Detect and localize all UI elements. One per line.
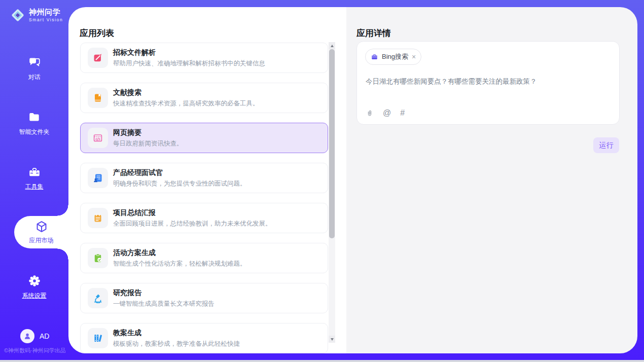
app-card-list: 招标文件解析 帮助用户快速、准确地理解和解析招标书中的关键信息 文献搜索 快速精… bbox=[80, 43, 328, 353]
scroll-down-button[interactable] bbox=[329, 336, 335, 343]
app-list-title: 应用列表 bbox=[80, 27, 114, 39]
person-icon bbox=[23, 332, 32, 341]
triangle-down-icon bbox=[331, 338, 334, 341]
brand-subtitle: Smart Vision bbox=[29, 18, 63, 22]
browser-code-icon bbox=[88, 128, 108, 148]
app-card-title: 研究报告 bbox=[113, 288, 214, 298]
avatar bbox=[20, 329, 34, 343]
app-card-research-report[interactable]: 研究报告 一键智能生成高质量长文本研究报告 bbox=[80, 283, 328, 313]
app-card-title: 活动方案生成 bbox=[113, 248, 246, 258]
app-card-title: 文献搜索 bbox=[113, 88, 259, 97]
brand-logo: 神州问学 Smart Vision bbox=[10, 8, 63, 23]
app-card-desc: 明确身份和职责，为您提供专业性的面试问题。 bbox=[113, 179, 246, 188]
sidebar-item-smart-folders[interactable]: 智能文件夹 bbox=[0, 111, 68, 136]
scrollbar-thumb[interactable] bbox=[329, 49, 335, 238]
app-card-literature-search[interactable]: 文献搜索 快速精准查找学术资源，提高研究效率的必备工具。 bbox=[80, 83, 328, 113]
app-card-desc: 一键智能生成高质量长文本研究报告 bbox=[113, 300, 214, 308]
app-card-desc: 快速精准查找学术资源，提高研究效率的必备工具。 bbox=[113, 99, 259, 108]
chat-icon bbox=[28, 56, 41, 69]
copyright-footer: ©神州数码·神州问学出品 bbox=[4, 347, 66, 354]
briefcase-icon bbox=[371, 53, 378, 61]
app-list-scrollbar[interactable] bbox=[329, 42, 335, 343]
sidebar-item-label: 应用市场 bbox=[29, 236, 54, 245]
microscope-icon bbox=[88, 288, 108, 308]
app-card-title: 招标文件解析 bbox=[113, 48, 265, 57]
app-card-title: 教案生成 bbox=[113, 329, 240, 338]
prompt-composer: Bing搜索 × 今日湖北有哪些新闻要点？有哪些需要关注的最新政策？ @ # bbox=[356, 41, 620, 125]
app-window: { "brand": { "name": "神州问学", "subtitle":… bbox=[0, 0, 644, 362]
app-card-title: 网页摘要 bbox=[113, 128, 183, 137]
active-tab-notch-bottom bbox=[57, 248, 68, 260]
cube-icon bbox=[35, 220, 48, 233]
sidebar-item-label: 对话 bbox=[28, 73, 41, 82]
app-card-event-plan[interactable]: 活动方案生成 智能生成个性化活动方案，轻松解决规划难题。 bbox=[80, 243, 328, 273]
gear-icon bbox=[28, 274, 41, 287]
triangle-up-icon bbox=[331, 45, 334, 47]
app-details-title: 应用详情 bbox=[356, 27, 391, 39]
prompt-input[interactable]: 今日湖北有哪些新闻要点？有哪些需要关注的最新政策？ bbox=[366, 77, 611, 86]
close-icon[interactable]: × bbox=[412, 53, 416, 60]
active-tab-notch-top bbox=[57, 205, 68, 216]
app-card-pm-interviewer[interactable]: 产品经理面试官 明确身份和职责，为您提供专业性的面试问题。 bbox=[80, 163, 328, 193]
sidebar-item-label: 系统设置 bbox=[22, 292, 47, 300]
app-card-desc: 模板驱动，教案秒成，教学准备从此轻松快捷 bbox=[113, 340, 240, 348]
mention-at-icon[interactable]: @ bbox=[383, 108, 391, 118]
app-card-project-summary[interactable]: 项目总结汇报 全面回顾项目进展，总结经验教训，助力未来优化发展。 bbox=[80, 203, 328, 233]
attachment-toolbar: @ # bbox=[366, 108, 405, 118]
notepad-icon bbox=[88, 208, 108, 228]
paperclip-icon[interactable] bbox=[366, 109, 374, 117]
sidebar-item-settings[interactable]: 系统设置 bbox=[0, 274, 68, 300]
app-card-desc: 每日政府新闻资讯快查。 bbox=[113, 139, 183, 148]
folder-icon bbox=[28, 111, 41, 124]
clipboard-check-icon bbox=[88, 248, 108, 268]
tool-tag-label: Bing搜索 bbox=[382, 52, 408, 61]
app-list-panel: 应用列表 招标文件解析 帮助用户快速、准确地理解和解析招标书中的关键信息 bbox=[68, 7, 346, 353]
user-account[interactable]: AD bbox=[20, 329, 49, 343]
scroll-up-button[interactable] bbox=[329, 42, 335, 49]
toolbox-icon bbox=[28, 165, 41, 178]
app-card-web-summary[interactable]: 网页摘要 每日政府新闻资讯快查。 bbox=[80, 123, 328, 153]
app-card-desc: 智能生成个性化活动方案，轻松解决规划难题。 bbox=[113, 260, 246, 268]
app-card-title: 产品经理面试官 bbox=[113, 168, 246, 177]
sidebar-item-toolset[interactable]: 工具集 bbox=[0, 165, 68, 191]
diamond-gem-icon bbox=[10, 8, 25, 23]
sidebar-item-label: 智能文件夹 bbox=[19, 128, 50, 136]
tool-tag-bing-search[interactable]: Bing搜索 × bbox=[365, 49, 421, 65]
window-bottom-edge bbox=[0, 360, 644, 362]
books-icon bbox=[88, 328, 108, 348]
sidebar-item-app-market[interactable]: 应用市场 bbox=[14, 216, 68, 248]
app-card-desc: 全面回顾项目进展，总结经验教训，助力未来优化发展。 bbox=[113, 220, 272, 228]
content-shell: 应用列表 招标文件解析 帮助用户快速、准确地理解和解析招标书中的关键信息 bbox=[68, 7, 637, 353]
hash-icon[interactable]: # bbox=[400, 108, 405, 118]
run-button[interactable]: 运行 bbox=[593, 137, 619, 153]
app-card-desc: 帮助用户快速、准确地理解和解析招标书中的关键信息 bbox=[113, 59, 265, 68]
sidebar: 神州问学 Smart Vision 对话 智能文件夹 工具集 bbox=[0, 0, 68, 362]
app-card-bid-parsing[interactable]: 招标文件解析 帮助用户快速、准确地理解和解析招标书中的关键信息 bbox=[80, 43, 328, 73]
interview-doc-icon bbox=[88, 168, 108, 188]
user-initials: AD bbox=[40, 332, 49, 340]
sidebar-item-chat[interactable]: 对话 bbox=[0, 56, 68, 82]
app-card-title: 项目总结汇报 bbox=[113, 208, 272, 218]
app-details-panel: 应用详情 Bing搜索 × 今日湖北有哪些新闻要点？有哪些需要关注的最新政策？ bbox=[346, 7, 637, 353]
brand-name: 神州问学 bbox=[29, 8, 63, 16]
app-card-lesson-plan[interactable]: 教案生成 模板驱动，教案秒成，教学准备从此轻松快捷 bbox=[80, 323, 328, 353]
pen-square-icon bbox=[88, 48, 108, 68]
sidebar-item-label: 工具集 bbox=[25, 183, 44, 191]
book-icon bbox=[88, 88, 108, 108]
